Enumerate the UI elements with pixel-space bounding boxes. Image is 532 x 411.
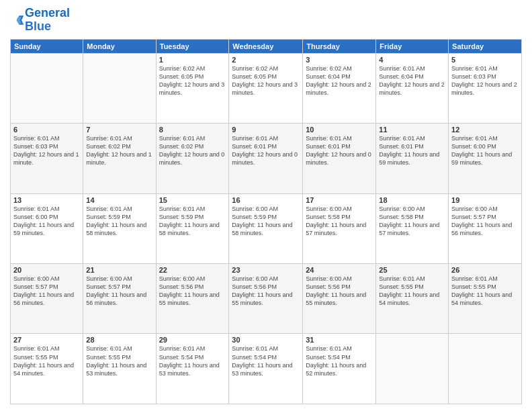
week-row-5: 27Sunrise: 6:01 AM Sunset: 5:55 PM Dayli…: [11, 334, 522, 404]
calendar-table: SundayMondayTuesdayWednesdayThursdayFrid…: [10, 39, 522, 404]
day-info: Sunrise: 6:02 AM Sunset: 6:04 PM Dayligh…: [306, 64, 373, 97]
day-info: Sunrise: 6:01 AM Sunset: 6:01 PM Dayligh…: [306, 134, 373, 167]
day-info: Sunrise: 6:00 AM Sunset: 5:56 PM Dayligh…: [159, 275, 226, 308]
day-number: 5: [451, 56, 519, 64]
calendar-cell: [83, 53, 156, 123]
col-header-monday: Monday: [83, 39, 156, 53]
calendar-cell: 26Sunrise: 6:01 AM Sunset: 5:55 PM Dayli…: [449, 264, 522, 334]
day-number: 1: [159, 56, 226, 64]
day-number: 20: [13, 266, 80, 274]
day-info: Sunrise: 6:01 AM Sunset: 6:01 PM Dayligh…: [232, 134, 300, 167]
calendar-cell: 18Sunrise: 6:00 AM Sunset: 5:58 PM Dayli…: [376, 193, 449, 263]
day-number: 29: [159, 336, 226, 344]
calendar-cell: [449, 334, 522, 404]
calendar-cell: 20Sunrise: 6:00 AM Sunset: 5:57 PM Dayli…: [11, 264, 83, 334]
day-number: 4: [379, 56, 445, 64]
calendar-cell: 7Sunrise: 6:01 AM Sunset: 6:02 PM Daylig…: [83, 124, 156, 193]
calendar-cell: 31Sunrise: 6:01 AM Sunset: 5:54 PM Dayli…: [303, 334, 376, 404]
week-row-4: 20Sunrise: 6:00 AM Sunset: 5:57 PM Dayli…: [11, 264, 522, 334]
day-info: Sunrise: 6:00 AM Sunset: 5:56 PM Dayligh…: [306, 275, 373, 308]
day-number: 11: [379, 126, 445, 134]
col-header-thursday: Thursday: [303, 39, 376, 53]
day-info: Sunrise: 6:00 AM Sunset: 5:59 PM Dayligh…: [232, 205, 300, 238]
day-number: 17: [306, 196, 373, 204]
calendar-cell: 8Sunrise: 6:01 AM Sunset: 6:02 PM Daylig…: [156, 124, 229, 193]
header-row: SundayMondayTuesdayWednesdayThursdayFrid…: [11, 39, 522, 53]
day-number: 26: [451, 266, 519, 274]
day-info: Sunrise: 6:01 AM Sunset: 5:55 PM Dayligh…: [379, 275, 445, 308]
day-number: 8: [159, 126, 226, 134]
col-header-tuesday: Tuesday: [156, 39, 229, 53]
week-row-2: 6Sunrise: 6:01 AM Sunset: 6:03 PM Daylig…: [11, 124, 522, 193]
day-info: Sunrise: 6:01 AM Sunset: 6:00 PM Dayligh…: [13, 205, 80, 238]
calendar-cell: 22Sunrise: 6:00 AM Sunset: 5:56 PM Dayli…: [156, 264, 229, 334]
calendar-cell: [376, 334, 449, 404]
page: General Blue SundayMondayTuesdayWednesda…: [0, 0, 532, 411]
calendar-cell: 17Sunrise: 6:00 AM Sunset: 5:58 PM Dayli…: [303, 193, 376, 263]
day-info: Sunrise: 6:01 AM Sunset: 5:59 PM Dayligh…: [86, 205, 152, 238]
day-number: 31: [306, 336, 373, 344]
col-header-wednesday: Wednesday: [229, 39, 303, 53]
day-number: 30: [232, 336, 300, 344]
day-number: 13: [13, 196, 80, 204]
day-number: 15: [159, 196, 226, 204]
day-info: Sunrise: 6:01 AM Sunset: 5:55 PM Dayligh…: [13, 345, 80, 377]
calendar-cell: 23Sunrise: 6:00 AM Sunset: 5:56 PM Dayli…: [229, 264, 303, 334]
calendar-cell: 19Sunrise: 6:00 AM Sunset: 5:57 PM Dayli…: [449, 193, 522, 263]
day-number: 19: [451, 196, 519, 204]
day-info: Sunrise: 6:01 AM Sunset: 5:59 PM Dayligh…: [159, 205, 226, 238]
day-info: Sunrise: 6:02 AM Sunset: 6:05 PM Dayligh…: [159, 64, 226, 97]
logo: General Blue: [10, 7, 70, 34]
calendar-cell: 2Sunrise: 6:02 AM Sunset: 6:05 PM Daylig…: [229, 53, 303, 123]
calendar-cell: 12Sunrise: 6:01 AM Sunset: 6:00 PM Dayli…: [449, 124, 522, 193]
day-number: 9: [232, 126, 300, 134]
day-info: Sunrise: 6:01 AM Sunset: 6:01 PM Dayligh…: [379, 134, 445, 167]
calendar-cell: 5Sunrise: 6:01 AM Sunset: 6:03 PM Daylig…: [449, 53, 522, 123]
day-info: Sunrise: 6:01 AM Sunset: 6:03 PM Dayligh…: [451, 64, 519, 97]
day-info: Sunrise: 6:01 AM Sunset: 5:54 PM Dayligh…: [159, 345, 226, 377]
day-info: Sunrise: 6:01 AM Sunset: 6:00 PM Dayligh…: [451, 134, 519, 167]
calendar-cell: 15Sunrise: 6:01 AM Sunset: 5:59 PM Dayli…: [156, 193, 229, 263]
day-number: 25: [379, 266, 445, 274]
day-number: 6: [13, 126, 80, 134]
day-number: 14: [86, 196, 152, 204]
day-info: Sunrise: 6:01 AM Sunset: 5:55 PM Dayligh…: [451, 275, 519, 308]
day-info: Sunrise: 6:00 AM Sunset: 5:56 PM Dayligh…: [232, 275, 300, 308]
calendar-cell: 30Sunrise: 6:01 AM Sunset: 5:54 PM Dayli…: [229, 334, 303, 404]
calendar-cell: 11Sunrise: 6:01 AM Sunset: 6:01 PM Dayli…: [376, 124, 449, 193]
header: General Blue: [10, 7, 522, 34]
logo-text: General Blue: [25, 7, 70, 34]
day-number: 16: [232, 196, 300, 204]
calendar-cell: 13Sunrise: 6:01 AM Sunset: 6:00 PM Dayli…: [11, 193, 83, 263]
calendar-cell: 25Sunrise: 6:01 AM Sunset: 5:55 PM Dayli…: [376, 264, 449, 334]
calendar-cell: 24Sunrise: 6:00 AM Sunset: 5:56 PM Dayli…: [303, 264, 376, 334]
day-number: 7: [86, 126, 152, 134]
day-number: 3: [306, 56, 373, 64]
calendar-cell: 1Sunrise: 6:02 AM Sunset: 6:05 PM Daylig…: [156, 53, 229, 123]
day-number: 23: [232, 266, 300, 274]
day-number: 12: [451, 126, 519, 134]
calendar-cell: 16Sunrise: 6:00 AM Sunset: 5:59 PM Dayli…: [229, 193, 303, 263]
day-info: Sunrise: 6:00 AM Sunset: 5:58 PM Dayligh…: [379, 205, 445, 238]
col-header-saturday: Saturday: [449, 39, 522, 53]
day-info: Sunrise: 6:01 AM Sunset: 6:02 PM Dayligh…: [159, 134, 226, 167]
calendar-cell: 14Sunrise: 6:01 AM Sunset: 5:59 PM Dayli…: [83, 193, 156, 263]
calendar-cell: 28Sunrise: 6:01 AM Sunset: 5:55 PM Dayli…: [83, 334, 156, 404]
col-header-sunday: Sunday: [11, 39, 83, 53]
day-info: Sunrise: 6:01 AM Sunset: 6:04 PM Dayligh…: [379, 64, 445, 97]
day-info: Sunrise: 6:01 AM Sunset: 6:03 PM Dayligh…: [13, 134, 80, 167]
day-number: 21: [86, 266, 152, 274]
calendar-cell: 27Sunrise: 6:01 AM Sunset: 5:55 PM Dayli…: [11, 334, 83, 404]
calendar-cell: 3Sunrise: 6:02 AM Sunset: 6:04 PM Daylig…: [303, 53, 376, 123]
day-number: 10: [306, 126, 373, 134]
calendar-cell: 6Sunrise: 6:01 AM Sunset: 6:03 PM Daylig…: [11, 124, 83, 193]
calendar-cell: 4Sunrise: 6:01 AM Sunset: 6:04 PM Daylig…: [376, 53, 449, 123]
day-number: 24: [306, 266, 373, 274]
col-header-friday: Friday: [376, 39, 449, 53]
week-row-3: 13Sunrise: 6:01 AM Sunset: 6:00 PM Dayli…: [11, 193, 522, 263]
calendar-cell: 10Sunrise: 6:01 AM Sunset: 6:01 PM Dayli…: [303, 124, 376, 193]
day-number: 28: [86, 336, 152, 344]
week-row-1: 1Sunrise: 6:02 AM Sunset: 6:05 PM Daylig…: [11, 53, 522, 123]
day-info: Sunrise: 6:00 AM Sunset: 5:57 PM Dayligh…: [86, 275, 152, 308]
day-info: Sunrise: 6:01 AM Sunset: 5:55 PM Dayligh…: [86, 345, 152, 377]
